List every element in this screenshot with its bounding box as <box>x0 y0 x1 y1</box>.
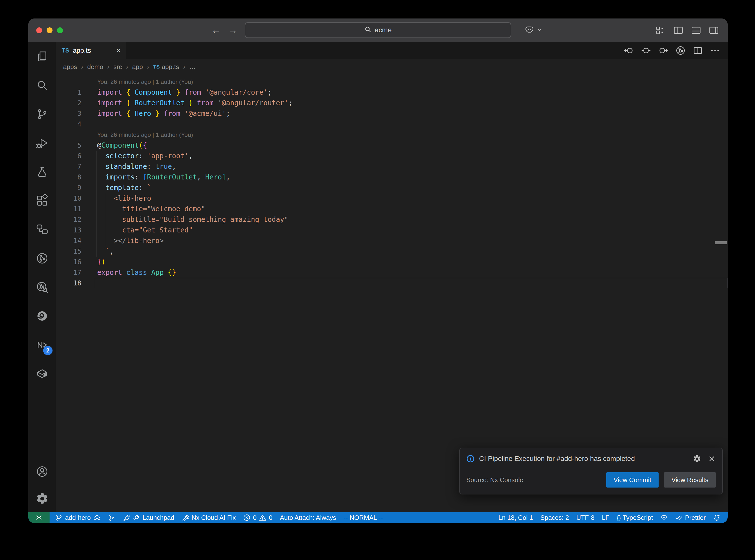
gitlens-next-change-icon[interactable] <box>658 45 669 56</box>
cloud-upload-icon <box>93 514 101 521</box>
activity-edge-tools[interactable] <box>28 301 56 330</box>
line-number: 1 <box>56 87 94 98</box>
double-check-icon <box>675 514 682 521</box>
layout-controls-icon[interactable] <box>655 25 666 36</box>
code-line-10: 10 <lib-hero <box>56 193 728 204</box>
status-copilot[interactable] <box>657 512 671 523</box>
activity-explorer[interactable] <box>28 42 56 71</box>
activity-search[interactable] <box>28 71 56 100</box>
line-number: 3 <box>56 108 94 119</box>
code-line-17: 17export class App {} <box>56 267 728 278</box>
status-encoding[interactable]: UTF-8 <box>573 512 598 523</box>
tab-app-ts[interactable]: TS app.ts × <box>56 42 126 59</box>
line-number: 13 <box>56 225 94 235</box>
title-bar: ← → acme <box>28 19 728 42</box>
activity-testing[interactable] <box>28 157 56 186</box>
activity-gitlens[interactable] <box>28 244 56 273</box>
wrench-icon <box>182 514 189 521</box>
tab-label: app.ts <box>73 47 91 55</box>
rocket-icon <box>123 514 130 521</box>
breadcrumb-item[interactable]: apps <box>63 63 77 71</box>
activity-nx-console[interactable]: 2 <box>28 330 56 359</box>
line-number: 17 <box>56 267 94 278</box>
activity-project-view[interactable] <box>28 215 56 244</box>
toggle-left-sidebar-icon[interactable] <box>673 25 684 36</box>
blame-annotation: You, 26 minutes ago | 1 author (You) <box>56 76 728 87</box>
breadcrumb-item[interactable]: demo <box>87 63 103 71</box>
status-gitlens-launchpad[interactable]: Launchpad <box>119 512 178 523</box>
notification-settings-gear-icon[interactable] <box>693 455 701 463</box>
status-prettier[interactable]: Prettier <box>671 512 709 523</box>
error-icon <box>243 514 251 521</box>
view-commit-button[interactable]: View Commit <box>606 472 659 487</box>
notification-title: CI Pipeline Execution for #add-hero has … <box>479 455 635 463</box>
code-line-16: 16}) <box>56 257 728 267</box>
search-icon <box>364 26 371 35</box>
status-indentation[interactable]: Spaces: 2 <box>537 512 573 523</box>
remote-icon <box>35 514 43 521</box>
status-notifications[interactable] <box>709 512 724 523</box>
status-auto-attach[interactable]: Auto Attach: Always <box>276 512 340 523</box>
toggle-bottom-panel-icon[interactable] <box>691 25 701 36</box>
copilot-menu[interactable] <box>524 19 542 42</box>
status-commit-graph[interactable] <box>104 512 119 523</box>
notification-close-icon[interactable] <box>708 455 716 463</box>
status-vim-mode[interactable]: -- NORMAL -- <box>340 512 386 523</box>
status-language-mode[interactable]: {} TypeScript <box>613 512 657 523</box>
more-actions-icon[interactable] <box>710 45 720 56</box>
activity-bar: 2 <box>28 42 56 512</box>
activity-accounts[interactable] <box>28 458 56 485</box>
layout-controls <box>655 19 719 42</box>
breadcrumb-item[interactable]: TSapp.ts <box>153 63 179 71</box>
close-window-button[interactable] <box>36 27 42 33</box>
notification-toast: CI Pipeline Execution for #add-hero has … <box>459 447 723 495</box>
activity-run-debug[interactable] <box>28 128 56 157</box>
activity-bar-top: 2 <box>28 42 56 388</box>
status-bar: add-heroLaunchpadNx Cloud AI Fix00Auto A… <box>28 512 728 523</box>
gitlens-previous-change-icon[interactable] <box>623 45 634 56</box>
command-center-search[interactable]: acme <box>245 22 511 38</box>
command-center-text: acme <box>375 26 392 34</box>
status-cursor-position[interactable]: Ln 18, Col 1 <box>495 512 537 523</box>
code-line-5: 5@Component({ <box>56 140 728 151</box>
status-git-branch[interactable]: add-hero <box>52 512 104 523</box>
line-number: 6 <box>56 151 94 161</box>
warning-icon <box>259 514 266 521</box>
code-editor[interactable]: You, 26 minutes ago | 1 author (You)1imp… <box>56 75 728 512</box>
back-arrow-icon[interactable]: ← <box>211 25 221 36</box>
gitlens-commit-graph-icon[interactable] <box>675 45 686 56</box>
blame-annotation: You, 26 minutes ago | 1 author (You) <box>56 129 728 140</box>
minimize-window-button[interactable] <box>46 27 53 33</box>
gitlens-changes-icon[interactable] <box>641 45 651 56</box>
code-line-18: 18 <box>56 278 728 288</box>
view-results-button[interactable]: View Results <box>664 472 716 487</box>
code-line-12: 12 subtitle="Build something amazing tod… <box>56 214 728 225</box>
status-remote-indicator[interactable] <box>28 512 49 523</box>
line-number: 2 <box>56 98 94 108</box>
split-editor-icon[interactable] <box>693 45 703 56</box>
forward-arrow-icon[interactable]: → <box>228 25 237 36</box>
code-line-13: 13 cta="Get Started" <box>56 225 728 235</box>
chevron-down-icon <box>537 27 542 34</box>
activity-containers[interactable] <box>28 359 56 388</box>
activity-gitlens-inspect[interactable] <box>28 273 56 301</box>
activity-source-control[interactable] <box>28 100 56 128</box>
activity-settings[interactable] <box>28 485 56 512</box>
status-eol[interactable]: LF <box>598 512 613 523</box>
toggle-right-sidebar-icon[interactable] <box>709 25 719 36</box>
code-line-1: 1import { Component } from '@angular/cor… <box>56 87 728 98</box>
line-number: 12 <box>56 214 94 225</box>
zoom-window-button[interactable] <box>57 27 63 33</box>
bell-dot-icon <box>713 514 720 521</box>
status-problems[interactable]: 00 <box>239 512 276 523</box>
git-branch-icon <box>55 514 63 521</box>
breadcrumb-item[interactable]: src <box>114 63 122 71</box>
code-line-7: 7 standalone: true, <box>56 161 728 172</box>
close-tab-icon[interactable]: × <box>116 46 121 55</box>
breadcrumb-item[interactable]: app <box>132 63 143 71</box>
notification-source: Source: Nx Console <box>466 476 523 484</box>
activity-extensions[interactable] <box>28 186 56 215</box>
breadcrumb-item[interactable]: … <box>190 63 196 71</box>
breadcrumb-separator: › <box>147 63 149 71</box>
status-nx-cloud-ai-fix[interactable]: Nx Cloud AI Fix <box>178 512 239 523</box>
